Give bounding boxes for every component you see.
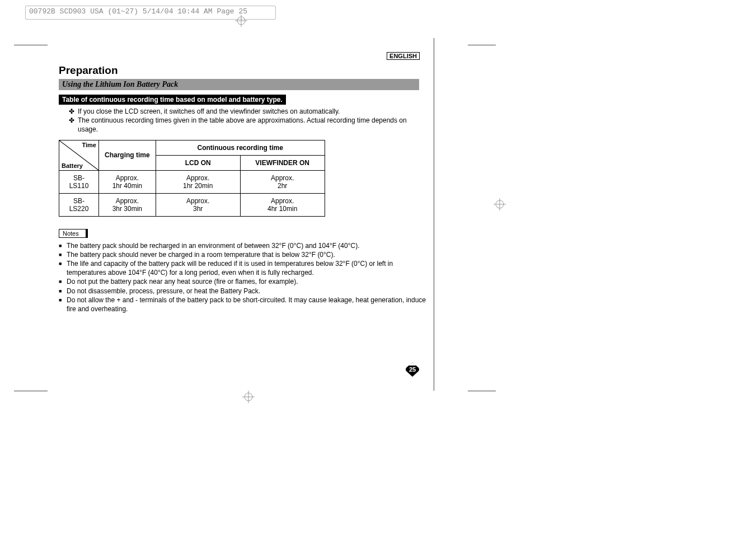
page-title: Preparation — [59, 64, 428, 77]
bullet-icon: ✤ — [69, 107, 78, 116]
bullet-text: If you close the LCD screen, it switches… — [78, 107, 340, 116]
square-bullet-icon: ■ — [59, 241, 67, 250]
page-number: 25 — [409, 366, 416, 373]
cell-lcd: Approx. 1hr 20min — [156, 170, 240, 193]
table-diagonal-header: Time Battery — [59, 140, 99, 170]
registration-mark-icon — [235, 15, 247, 27]
recording-time-table: Time Battery Charging time Continuous re… — [59, 140, 325, 217]
list-item: ■Do not disassemble, process, pressure, … — [59, 287, 428, 296]
square-bullet-icon: ■ — [59, 287, 67, 296]
square-bullet-icon: ■ — [59, 250, 67, 259]
square-bullet-icon: ■ — [59, 259, 67, 277]
table-header-row: Time Battery Charging time Continuous re… — [59, 140, 325, 155]
list-item: ■Do not allow the + and - terminals of t… — [59, 296, 428, 313]
section-heading: Using the Lithium Ion Battery Pack — [59, 79, 419, 90]
cell-vf: Approx. 2hr — [240, 170, 325, 193]
header-time: Time — [82, 142, 96, 148]
header-lcd-on: LCD ON — [156, 155, 240, 170]
note-text: Do not disassemble, process, pressure, o… — [67, 287, 260, 296]
table-caption: Table of continuous recording time based… — [59, 95, 286, 105]
note-text: The battery pack should be recharged in … — [67, 241, 359, 250]
cell-lcd: Approx. 3hr — [156, 193, 240, 216]
bullet-item: ✤If you close the LCD screen, it switche… — [69, 107, 428, 116]
note-text: The battery pack should never be charged… — [67, 250, 335, 259]
registration-mark-icon — [494, 198, 506, 210]
registration-mark-icon — [242, 391, 255, 403]
note-text: The life and capacity of the battery pac… — [67, 259, 428, 277]
cell-battery: SB-LS220 — [59, 193, 99, 216]
list-item: ■The life and capacity of the battery pa… — [59, 259, 428, 277]
cell-charging: Approx. 3hr 30min — [99, 193, 156, 216]
header-charging: Charging time — [99, 140, 156, 170]
square-bullet-icon: ■ — [59, 296, 67, 313]
bullet-item: ✤The continuous recording times given in… — [69, 116, 428, 134]
bullet-text: The continuous recording times given in … — [78, 116, 428, 134]
table-row: SB-LS220 Approx. 3hr 30min Approx. 3hr A… — [59, 193, 325, 216]
cell-battery: SB-LS110 — [59, 170, 99, 193]
crop-mark — [14, 45, 48, 45]
header-continuous-group: Continuous recording time — [156, 140, 325, 155]
note-text: Do not put the battery pack near any hea… — [67, 277, 298, 286]
page-content: ENGLISH Preparation Using the Lithium Io… — [59, 53, 428, 313]
page-number-badge: 25 — [405, 362, 420, 377]
language-badge: ENGLISH — [387, 52, 420, 60]
list-item: ■The battery pack should be recharged in… — [59, 241, 428, 250]
bullet-icon: ✤ — [69, 116, 78, 134]
header-viewfinder-on: VIEWFINDER ON — [240, 155, 325, 170]
table-row: SB-LS110 Approx. 1hr 40min Approx. 1hr 2… — [59, 170, 325, 193]
header-battery: Battery — [62, 162, 83, 169]
notes-heading: Notes — [59, 229, 88, 238]
list-item: ■Do not put the battery pack near any he… — [59, 277, 428, 286]
cell-charging: Approx. 1hr 40min — [99, 170, 156, 193]
list-item: ■The battery pack should never be charge… — [59, 250, 428, 259]
notes-list: ■The battery pack should be recharged in… — [59, 241, 428, 314]
cell-vf: Approx. 4hr 10min — [240, 193, 325, 216]
intro-bullets: ✤If you close the LCD screen, it switche… — [69, 107, 428, 134]
crop-mark — [434, 38, 434, 391]
crop-mark — [468, 45, 496, 45]
square-bullet-icon: ■ — [59, 277, 67, 286]
crop-mark — [468, 391, 496, 391]
note-text: Do not allow the + and - terminals of th… — [67, 296, 428, 313]
crop-mark — [14, 391, 48, 391]
